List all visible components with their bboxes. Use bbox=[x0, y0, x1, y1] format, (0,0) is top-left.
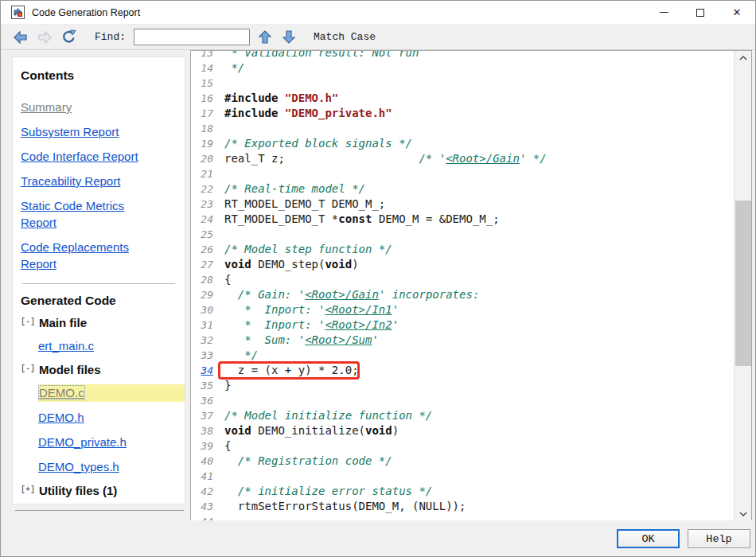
code-segment: /* Model initialize function */ bbox=[224, 409, 432, 422]
code-listing: 13 * Validation result: Not run14 */1516… bbox=[191, 50, 733, 522]
tree-group-utility-files-1: [+]Utility files (1) bbox=[21, 484, 177, 498]
sidebar-panel: Contents SummarySubsystem ReportCode Int… bbox=[12, 56, 185, 504]
contents-link-code-replacements-report[interactable]: Code Replacements Report bbox=[21, 239, 158, 272]
report-app-icon bbox=[11, 6, 25, 19]
code-line-38: 38void DEMO_initialize(void) bbox=[191, 423, 733, 438]
code-trace-link[interactable]: <Root>/Gain bbox=[446, 152, 520, 165]
ok-button[interactable]: OK bbox=[617, 529, 680, 548]
refresh-icon bbox=[60, 29, 77, 45]
code-segment: DEMO_step( bbox=[251, 258, 325, 271]
code-line-19: 19/* Exported block signals */ bbox=[191, 136, 733, 151]
collapse-icon[interactable]: [-] bbox=[21, 317, 35, 326]
code-segment: rtmSetErrorStatus(DEMO_M, (NULL)); bbox=[224, 500, 466, 512]
contents-link-summary[interactable]: Summary bbox=[21, 99, 158, 115]
code-line-23: 23RT_MODEL_DEMO_T DEMO_M_; bbox=[191, 197, 733, 212]
line-number: 35 bbox=[191, 378, 213, 393]
contents-link-code-interface-report[interactable]: Code Interface Report bbox=[21, 148, 158, 165]
code-segment: "DEMO.h" bbox=[285, 92, 338, 104]
file-link-demo-types-h[interactable]: DEMO_types.h bbox=[38, 460, 119, 473]
find-next-button[interactable] bbox=[280, 29, 298, 45]
code-line-39: 39{ bbox=[191, 438, 733, 454]
code-generation-report-window: Code Generation Report ✕ Find: bbox=[0, 0, 756, 557]
footer-bar: OK Help bbox=[1, 520, 755, 556]
code-line-16: 16#include "DEMO.h" bbox=[191, 91, 733, 106]
chevron-up-icon bbox=[739, 56, 747, 60]
line-number: 31 bbox=[191, 317, 213, 333]
code-line-33: 33 */ bbox=[191, 348, 733, 363]
contents-link-subsystem-report[interactable]: Subsystem Report bbox=[21, 123, 158, 140]
vertical-scrollbar[interactable] bbox=[734, 51, 751, 521]
code-segment: /* ' bbox=[419, 152, 446, 165]
code-line-13: 13 * Validation result: Not run bbox=[191, 50, 733, 60]
file-row: DEMO_private.h bbox=[38, 434, 177, 451]
line-number: 39 bbox=[191, 438, 213, 454]
code-segment: ) bbox=[352, 258, 358, 271]
back-button[interactable] bbox=[12, 29, 29, 45]
minimize-button[interactable] bbox=[645, 1, 682, 25]
line-number: 24 bbox=[191, 212, 213, 227]
find-previous-button[interactable] bbox=[256, 29, 274, 45]
file-row: DEMO.h bbox=[38, 409, 177, 427]
code-line-41: 41 bbox=[191, 469, 733, 484]
window-title: Code Generation Report bbox=[32, 7, 140, 18]
code-line-27: 27void DEMO_step(void) bbox=[191, 257, 733, 272]
generated-code-tree: [-]Main fileert_main.c[-]Model filesDEMO… bbox=[21, 316, 177, 498]
file-row: DEMO.c bbox=[38, 384, 185, 402]
code-trace-link[interactable]: <Root>/Sum bbox=[305, 333, 372, 346]
line-number: 26 bbox=[191, 242, 213, 257]
match-case-toggle[interactable]: Match Case bbox=[314, 31, 376, 43]
file-link-demo-c[interactable]: DEMO.c bbox=[38, 385, 85, 400]
find-input[interactable] bbox=[134, 29, 250, 45]
report-square-icon bbox=[18, 12, 22, 17]
line-number: 29 bbox=[191, 287, 213, 302]
code-segment: void bbox=[325, 258, 352, 271]
code-line-18: 18 bbox=[191, 121, 733, 136]
code-view-pane: 13 * Validation result: Not run14 */1516… bbox=[190, 50, 752, 522]
contents-heading: Contents bbox=[21, 68, 177, 83]
file-link-ert-main-c[interactable]: ert_main.c bbox=[38, 339, 94, 353]
file-link-demo-private-h[interactable]: DEMO_private.h bbox=[38, 435, 127, 449]
line-number: 23 bbox=[191, 197, 213, 212]
maximize-button[interactable] bbox=[682, 1, 719, 25]
line-number: 41 bbox=[191, 469, 213, 484]
code-segment: #include bbox=[224, 107, 285, 119]
expand-icon[interactable]: [+] bbox=[21, 485, 35, 494]
contents-link-list: SummarySubsystem ReportCode Interface Re… bbox=[21, 99, 177, 272]
line-number: 38 bbox=[191, 423, 213, 438]
line-number: 37 bbox=[191, 408, 213, 423]
code-segment: void bbox=[224, 424, 251, 437]
code-segment: /* Registration code */ bbox=[224, 454, 392, 467]
code-segment bbox=[285, 152, 419, 165]
help-button[interactable]: Help bbox=[688, 529, 750, 548]
back-arrow-icon bbox=[13, 30, 29, 45]
forward-button[interactable] bbox=[36, 29, 53, 45]
code-line-30: 30 * Inport: '<Root>/In1' bbox=[191, 302, 733, 317]
code-trace-link[interactable]: <Root>/In2 bbox=[325, 318, 392, 331]
line-number: 22 bbox=[191, 181, 213, 197]
scrollbar-thumb[interactable] bbox=[735, 201, 751, 366]
contents-link-static-code-metrics-report[interactable]: Static Code Metrics Report bbox=[21, 197, 158, 231]
line-number: 33 bbox=[191, 348, 213, 363]
line-number: 14 bbox=[191, 60, 213, 76]
tree-group-main-file: [-]Main file bbox=[21, 316, 177, 330]
contents-link-traceability-report[interactable]: Traceability Report bbox=[21, 173, 158, 189]
code-trace-link[interactable]: <Root>/Gain bbox=[305, 288, 379, 301]
collapse-icon[interactable]: [-] bbox=[21, 364, 35, 373]
line-number: 30 bbox=[191, 302, 213, 317]
line-number: 36 bbox=[191, 393, 213, 408]
line-number: 20 bbox=[191, 151, 213, 166]
title-bar: Code Generation Report ✕ bbox=[1, 1, 755, 25]
scrollbar-up-button[interactable] bbox=[735, 51, 752, 65]
refresh-button[interactable] bbox=[60, 29, 77, 45]
up-arrow-icon bbox=[258, 29, 272, 45]
close-button[interactable]: ✕ bbox=[719, 1, 755, 25]
generated-code-heading: Generated Code bbox=[21, 294, 177, 308]
code-segment: DEMO_M = &DEMO_M_; bbox=[372, 212, 499, 225]
file-link-demo-h[interactable]: DEMO.h bbox=[38, 411, 84, 424]
code-line-31: 31 * Inport: '<Root>/In2' bbox=[191, 317, 733, 333]
line-number: 43 bbox=[191, 499, 213, 514]
code-trace-link[interactable]: <Root>/In1 bbox=[325, 303, 392, 316]
code-segment: * Inport: ' bbox=[224, 303, 325, 316]
scrollbar-down-button[interactable] bbox=[735, 507, 752, 521]
line-number-link[interactable]: 34 bbox=[191, 363, 213, 378]
